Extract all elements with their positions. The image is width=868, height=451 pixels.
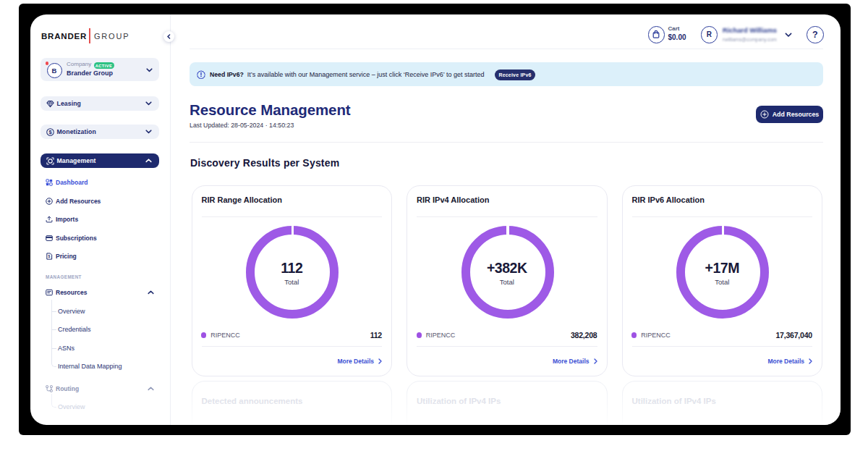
svg-text:$: $ [48, 129, 52, 135]
svg-text:$: $ [48, 254, 51, 258]
